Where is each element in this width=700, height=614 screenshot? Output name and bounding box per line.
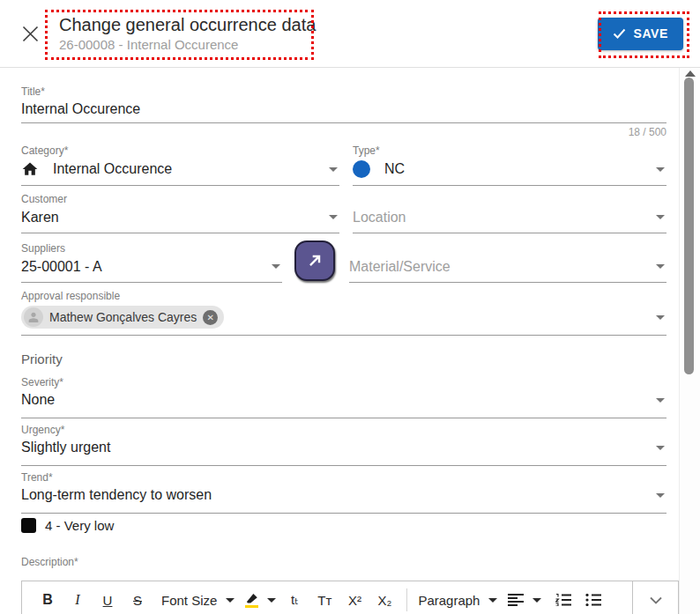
save-button[interactable]: SAVE — [598, 18, 684, 50]
avatar — [24, 307, 43, 327]
lowercase-button[interactable]: tₜ — [283, 587, 306, 613]
rich-text-editor: B I U S Font Size tₜ Tᴛ X² X — [21, 581, 679, 614]
occurrence-edit-dialog: Change general occurrence data 26-00008 … — [0, 0, 700, 614]
scrollbar-thumb[interactable] — [684, 78, 694, 374]
superscript-button[interactable]: X² — [343, 587, 366, 613]
field-label: Category* — [21, 144, 339, 158]
chevron-down-icon — [272, 264, 280, 269]
field-label: Trend* — [21, 471, 666, 485]
category-select[interactable]: Internal Occurence — [21, 158, 339, 186]
dialog-subtitle: 26-00008 - Internal Occurence — [59, 36, 316, 54]
field-label: Approval responsible — [21, 290, 666, 303]
chevron-down-icon — [656, 493, 665, 498]
save-button-label: SAVE — [634, 26, 669, 41]
chevron-down-icon — [656, 264, 665, 269]
ordered-list-icon — [555, 594, 571, 606]
field-label: Suppliers — [21, 242, 282, 255]
field-value: Internal Occurence — [53, 161, 172, 177]
risk-label: 4 - Very low — [45, 518, 114, 533]
suppliers-select[interactable]: 25-00001 - A — [21, 255, 282, 283]
urgency-select[interactable]: Slightly urgent — [21, 437, 666, 466]
rich-text-toolbar: B I U S Font Size tₜ Tᴛ X² X — [22, 581, 678, 614]
ordered-list-button[interactable] — [552, 587, 575, 613]
description-label: Description* — [21, 556, 666, 569]
field-location: Location — [353, 193, 666, 233]
field-value: Slightly urgent — [21, 440, 110, 455]
field-category: Category* Internal Occurence — [21, 144, 339, 186]
approval-responsible-select[interactable]: Mathew Gonçalves Cayres ✕ — [21, 303, 666, 336]
dialog-title-block: Change general occurrence data 26-00008 … — [59, 14, 316, 54]
field-severity: Severity* None — [21, 376, 666, 418]
field-label: Severity* — [21, 376, 666, 389]
customer-select[interactable]: Karen — [21, 206, 339, 233]
chevron-down-icon — [656, 315, 665, 320]
chip-remove-button[interactable]: ✕ — [203, 310, 218, 325]
vertical-scrollbar[interactable] — [679, 68, 700, 614]
chevron-down-icon — [226, 598, 235, 603]
close-button[interactable] — [12, 16, 48, 51]
field-value: Karen — [21, 210, 59, 226]
bold-button[interactable]: B — [36, 587, 59, 613]
align-left-icon — [508, 594, 524, 606]
field-label-spacer — [349, 242, 666, 255]
scroll-up-arrow-icon[interactable] — [685, 70, 696, 77]
subscript-button[interactable]: X₂ — [373, 587, 396, 613]
arrow-outward-icon — [305, 251, 324, 270]
paragraph-dropdown[interactable]: Paragraph — [418, 587, 497, 613]
field-urgency: Urgency* Slightly urgent — [21, 424, 666, 466]
field-customer: Customer Karen — [21, 193, 339, 233]
field-title: Title* Internal Occurence 18 / 500 — [21, 85, 666, 139]
bullet-list-icon — [585, 594, 601, 606]
trend-select[interactable]: Long-term tendency to worsen — [21, 485, 666, 514]
title-input[interactable]: Internal Occurence — [21, 99, 666, 123]
chevron-down-icon — [267, 598, 276, 603]
person-chip: Mathew Gonçalves Cayres ✕ — [21, 306, 224, 329]
field-suppliers: Suppliers 25-00001 - A — [21, 242, 282, 283]
chevron-down-icon — [329, 167, 338, 172]
underline-button[interactable]: U — [96, 587, 119, 613]
chevron-down-icon — [488, 598, 497, 603]
field-value: NC — [384, 161, 405, 177]
type-select[interactable]: NC — [353, 158, 666, 186]
dialog-body: Title* Internal Occurence 18 / 500 Categ… — [0, 68, 679, 614]
field-placeholder: Location — [353, 210, 406, 226]
check-icon — [613, 28, 626, 39]
uppercase-button[interactable]: Tᴛ — [313, 587, 336, 613]
field-value: Long-term tendency to worsen — [21, 487, 212, 503]
align-dropdown[interactable] — [508, 587, 541, 613]
close-icon — [22, 26, 39, 42]
toolbar-divider — [406, 588, 407, 611]
paragraph-label: Paragraph — [418, 593, 480, 608]
toolbar-more-button[interactable] — [632, 581, 678, 614]
font-size-label: Font Size — [161, 593, 217, 608]
highlight-icon — [245, 593, 258, 608]
chip-label: Mathew Gonçalves Cayres — [49, 310, 197, 324]
supplier-nav-cell — [282, 240, 349, 283]
field-label: Urgency* — [21, 424, 666, 437]
field-trend: Trend* Long-term tendency to worsen — [21, 471, 666, 514]
font-size-dropdown[interactable]: Font Size — [161, 587, 235, 613]
field-label-spacer — [353, 193, 666, 206]
chevron-down-icon — [532, 598, 541, 603]
field-approval-responsible: Approval responsible Mathew Gonçalves Ca… — [21, 290, 666, 336]
field-placeholder: Material/Service — [349, 259, 451, 275]
field-label: Customer — [21, 193, 339, 206]
field-label: Type* — [353, 144, 666, 158]
dialog-title: Change general occurrence data — [59, 14, 316, 36]
dialog-header: Change general occurrence data 26-00008 … — [0, 0, 700, 68]
field-material-service: Material/Service — [349, 242, 666, 283]
strikethrough-button[interactable]: S — [126, 587, 149, 613]
chevron-down-icon — [656, 215, 665, 219]
chevron-down-icon — [329, 215, 338, 219]
open-supplier-button[interactable] — [294, 240, 335, 281]
highlight-color-dropdown[interactable] — [245, 587, 276, 613]
priority-section-title: Priority — [21, 351, 666, 368]
material-service-select[interactable]: Material/Service — [349, 255, 666, 283]
severity-select[interactable]: None — [21, 389, 666, 418]
italic-button[interactable]: I — [66, 587, 89, 613]
cancel-icon: ✕ — [207, 313, 214, 322]
field-value: None — [21, 392, 55, 408]
risk-result-row: 4 - Very low — [21, 518, 666, 533]
location-select[interactable]: Location — [353, 206, 666, 233]
bullet-list-button[interactable] — [582, 587, 605, 613]
